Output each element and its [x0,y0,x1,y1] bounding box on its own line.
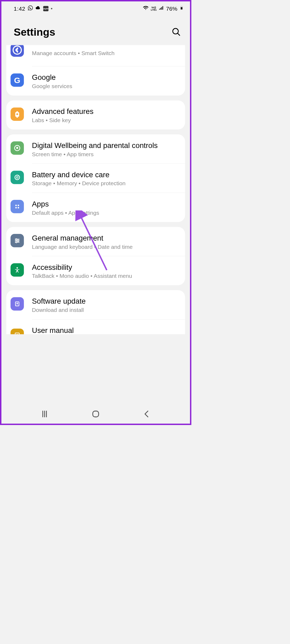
svg-point-18 [16,241,17,243]
svg-point-8 [16,176,18,178]
signal-icon [159,5,164,12]
settings-item-general-management[interactable]: General management Language and keyboard… [6,227,185,256]
item-subtitle: Download and install [32,307,179,313]
status-time: 1:42 [14,5,25,12]
svg-point-16 [18,240,19,241]
svg-point-5 [13,46,21,54]
item-title: Google [32,73,179,82]
software-update-icon [11,297,24,311]
svg-line-4 [178,33,180,35]
item-subtitle: Storage • Memory • Device protection [32,180,179,187]
settings-item-advanced-features[interactable]: Advanced features Labs • Side key [6,100,185,129]
apps-icon [11,200,24,213]
status-bar: 1:42 paytm Vo))LTE1 76% [1,1,190,14]
settings-section-general: General management Language and keyboard… [6,227,185,285]
volte-icon: Vo))LTE1 [151,6,157,11]
whatsapp-icon [28,5,33,12]
settings-item-accessibility[interactable]: Accessibility TalkBack • Mono audio • As… [6,256,185,285]
settings-item-software-update[interactable]: Software update Download and install [6,290,185,319]
item-title: Accessibility [32,262,179,272]
battery-icon [180,5,184,12]
item-title: Battery and device care [32,170,179,180]
svg-rect-2 [181,7,182,9]
nav-home-button[interactable] [90,409,101,419]
item-subtitle: TalkBack • Mono audio • Assistant menu [32,273,179,279]
item-title: Advanced features [32,107,179,116]
device-care-icon [11,171,24,184]
settings-item-battery-device-care[interactable]: Battery and device care Storage • Memory… [6,164,185,193]
cloud-icon [36,5,41,12]
nav-recents-button[interactable] [39,409,50,419]
navigation-bar [1,404,190,424]
nav-back-button[interactable] [142,409,152,419]
item-subtitle: Screen time • App timers [32,151,179,157]
page-title: Settings [14,26,55,38]
item-subtitle: Google services [32,83,179,89]
svg-point-12 [18,207,19,209]
user-manual-icon: ? [11,329,24,334]
settings-section-device: Digital Wellbeing and parental controls … [6,134,185,222]
svg-point-10 [18,205,19,206]
digital-wellbeing-icon [11,141,24,155]
battery-percent: 76% [166,5,177,12]
item-subtitle: Default apps • App settings [32,209,179,216]
accounts-icon [11,45,24,57]
wifi-icon [143,5,148,12]
item-title: Software update [32,296,179,306]
settings-item-google[interactable]: G Google Google services [6,66,185,95]
item-subtitle: Labs • Side key [32,117,179,123]
settings-item-digital-wellbeing[interactable]: Digital Wellbeing and parental controls … [6,134,185,163]
paytm-icon: paytm [43,6,49,11]
svg-point-19 [16,267,18,269]
svg-rect-1 [181,6,182,6]
advanced-features-icon [11,108,24,121]
settings-header: Settings [1,14,190,45]
search-button[interactable] [171,27,181,37]
svg-point-11 [15,207,17,209]
more-notifications-dot [51,8,52,9]
item-title: General management [32,233,179,243]
item-title: Apps [32,199,179,209]
svg-point-9 [15,205,17,206]
svg-text:?: ? [16,333,18,334]
settings-section-advanced: Advanced features Labs • Side key [6,100,185,129]
svg-point-14 [16,238,17,240]
item-title: Digital Wellbeing and parental controls [32,141,179,150]
svg-rect-27 [93,411,99,417]
google-icon: G [11,73,24,87]
item-subtitle: Language and keyboard • Date and time [32,243,179,250]
settings-section-accounts: Manage accounts • Smart Switch G Google … [6,45,185,96]
item-subtitle: Manage accounts • Smart Switch [32,50,179,56]
settings-item-user-manual[interactable]: ? User manual [6,319,185,334]
general-management-icon [11,234,24,247]
accessibility-icon [11,263,24,276]
item-title: User manual [32,326,179,334]
settings-item-apps[interactable]: Apps Default apps • App settings [6,193,185,222]
settings-section-about: Software update Download and install ? U… [6,290,185,334]
settings-item-accounts[interactable]: Manage accounts • Smart Switch [6,45,185,66]
